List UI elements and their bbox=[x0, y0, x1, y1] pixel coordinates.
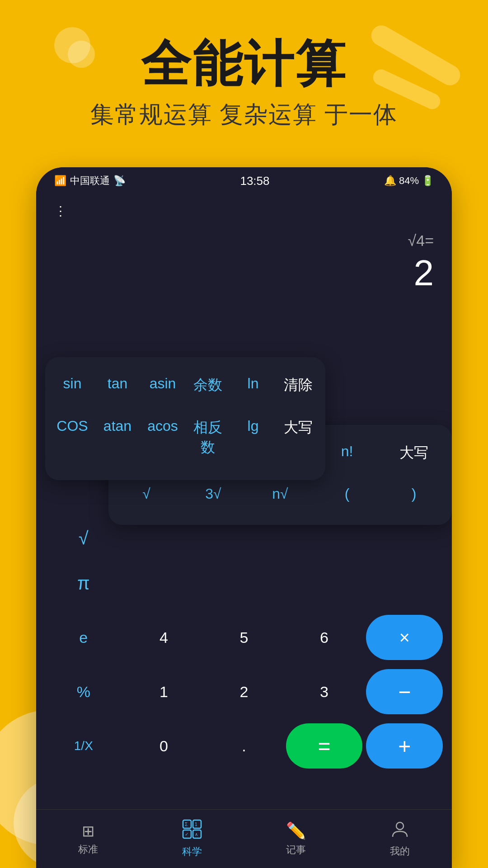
bottom-nav: ⊞ 标准 Σ 1 ✓ ∧ 科学 bbox=[36, 809, 452, 868]
calc-display: ⋮ √4= 2 bbox=[36, 194, 452, 303]
key-row-pi: π bbox=[45, 556, 443, 610]
nav-notes-label: 记事 bbox=[286, 843, 306, 857]
btn-pi[interactable]: π bbox=[45, 561, 122, 606]
btn-equals[interactable]: = bbox=[286, 723, 363, 769]
btn-4[interactable]: 4 bbox=[126, 615, 202, 660]
btn-dot[interactable]: . bbox=[206, 723, 282, 769]
nav-notes[interactable]: ✏️ 记事 bbox=[244, 810, 348, 868]
calc-result: 2 bbox=[54, 252, 434, 294]
key-row-123: % 1 2 3 − bbox=[45, 665, 443, 719]
btn-rparen[interactable]: ) bbox=[380, 476, 447, 511]
btn-xiangshu[interactable]: 相反数 bbox=[185, 409, 230, 467]
btn-1[interactable]: 1 bbox=[126, 669, 202, 714]
status-bar: 📶 中国联通 📡 13:58 🔔 84% 🔋 bbox=[36, 167, 452, 194]
btn-plus[interactable]: + bbox=[366, 723, 443, 769]
nav-science-label: 科学 bbox=[182, 845, 202, 859]
sci-row-4: √ 3√ n√ ( ) bbox=[113, 476, 447, 511]
btn-daxie1[interactable]: 大写 bbox=[276, 409, 321, 467]
btn-yuushu[interactable]: 余数 bbox=[185, 366, 230, 404]
btn-sin[interactable]: sin bbox=[50, 366, 95, 404]
btn-ln[interactable]: ln bbox=[230, 366, 276, 404]
btn-recip[interactable]: 1/X bbox=[45, 723, 122, 769]
calc-expression: √4= bbox=[54, 232, 434, 250]
sci-panel-1: sin tan asin 余数 ln 清除 COS atan acos 相反数 … bbox=[45, 357, 325, 480]
btn-lparen[interactable]: ( bbox=[314, 476, 380, 511]
phone-mockup: 📶 中国联通 📡 13:58 🔔 84% 🔋 ⋮ √4= 2 sin tan a… bbox=[36, 167, 452, 868]
phone-inner: 📶 中国联通 📡 13:58 🔔 84% 🔋 ⋮ √4= 2 sin tan a… bbox=[36, 167, 452, 868]
key-row-0: 1/X 0 . = + bbox=[45, 719, 443, 773]
svg-text:∧: ∧ bbox=[195, 832, 198, 837]
btn-cos[interactable]: COS bbox=[50, 409, 95, 467]
svg-text:✓: ✓ bbox=[185, 832, 188, 837]
sci-row-1: sin tan asin 余数 ln 清除 bbox=[50, 366, 321, 404]
btn-acos[interactable]: acos bbox=[140, 409, 185, 467]
top-section: 全能计算 集常规运算 复杂运算 于一体 bbox=[0, 36, 488, 131]
nav-profile-icon bbox=[391, 820, 409, 842]
btn-sqrt[interactable]: √ bbox=[113, 476, 180, 511]
wifi-icon: 📡 bbox=[113, 175, 126, 187]
nav-notes-icon: ✏️ bbox=[286, 821, 306, 840]
status-time: 13:58 bbox=[240, 174, 269, 188]
btn-2[interactable]: 2 bbox=[206, 669, 282, 714]
btn-sqrt-main[interactable]: √ bbox=[45, 515, 122, 561]
btn-empty8 bbox=[366, 561, 443, 606]
btn-empty7 bbox=[286, 561, 363, 606]
btn-5[interactable]: 5 bbox=[206, 615, 282, 660]
btn-lg[interactable]: lg bbox=[230, 409, 276, 467]
nav-standard-label: 标准 bbox=[78, 843, 98, 856]
btn-daxie2[interactable]: 大写 bbox=[380, 434, 447, 472]
status-left: 📶 中国联通 📡 bbox=[54, 174, 126, 188]
nav-profile-label: 我的 bbox=[390, 844, 410, 858]
btn-nsqrt[interactable]: n√ bbox=[247, 476, 314, 511]
sci-row-2: COS atan acos 相反数 lg 大写 bbox=[50, 409, 321, 467]
btn-6[interactable]: 6 bbox=[286, 615, 363, 660]
sub-title: 集常规运算 复杂运算 于一体 bbox=[0, 99, 488, 131]
nav-science-icon: Σ 1 ✓ ∧ bbox=[182, 819, 202, 842]
btn-multiply[interactable]: × bbox=[366, 615, 443, 660]
btn-percent[interactable]: % bbox=[45, 669, 122, 714]
battery-text: 84% bbox=[399, 175, 419, 187]
nav-profile[interactable]: 我的 bbox=[348, 810, 452, 868]
nav-standard[interactable]: ⊞ 标准 bbox=[36, 810, 140, 868]
btn-atan[interactable]: atan bbox=[95, 409, 140, 467]
btn-asin[interactable]: asin bbox=[140, 366, 185, 404]
main-title: 全能计算 bbox=[0, 36, 488, 91]
svg-text:1: 1 bbox=[195, 822, 197, 827]
btn-empty6 bbox=[206, 561, 282, 606]
battery-icon: 🔋 bbox=[422, 175, 434, 187]
btn-clear[interactable]: 清除 bbox=[276, 366, 321, 404]
carrier: 中国联通 bbox=[70, 174, 110, 188]
key-row-456: e 4 5 6 × bbox=[45, 610, 443, 665]
btn-3sqrt[interactable]: 3√ bbox=[180, 476, 247, 511]
status-right: 🔔 84% 🔋 bbox=[384, 175, 434, 187]
btn-minus[interactable]: − bbox=[366, 669, 443, 714]
btn-e[interactable]: e bbox=[45, 615, 122, 660]
nav-standard-icon: ⊞ bbox=[82, 822, 94, 840]
signal-icon: 📶 bbox=[54, 175, 66, 187]
svg-text:Σ: Σ bbox=[185, 822, 188, 827]
svg-point-8 bbox=[396, 822, 404, 830]
btn-empty5 bbox=[126, 561, 202, 606]
btn-3[interactable]: 3 bbox=[286, 669, 363, 714]
nav-science[interactable]: Σ 1 ✓ ∧ 科学 bbox=[140, 810, 244, 868]
menu-dots[interactable]: ⋮ bbox=[54, 203, 434, 218]
btn-tan[interactable]: tan bbox=[95, 366, 140, 404]
btn-0[interactable]: 0 bbox=[126, 723, 202, 769]
alarm-icon: 🔔 bbox=[384, 175, 396, 187]
